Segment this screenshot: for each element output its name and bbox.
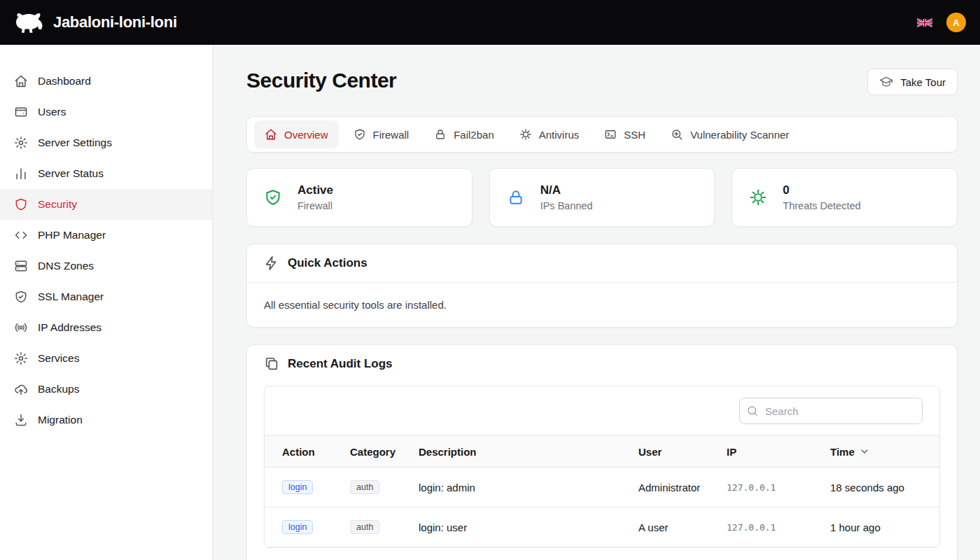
sidebar-item[interactable]: Server Settings <box>0 127 212 158</box>
sidebar-item-label: Services <box>38 352 79 365</box>
table-row: login auth login: admin Administrator 12… <box>265 468 939 507</box>
security-tab[interactable]: Fail2ban <box>424 120 505 148</box>
copy-logs-icon <box>264 356 279 372</box>
column-header-category: Category <box>342 446 410 458</box>
security-tab[interactable]: Antivirus <box>509 120 590 148</box>
stat-card: Active Firewall <box>246 168 472 227</box>
page-title: Security Center <box>246 69 396 92</box>
stat-label: IPs Banned <box>540 200 593 211</box>
stat-card: N/A IPs Banned <box>489 168 715 227</box>
category-badge: auth <box>350 520 379 534</box>
security-tab[interactable]: Vulnerability Scanner <box>660 120 799 148</box>
user-avatar[interactable]: A <box>946 13 966 32</box>
sidebar-item-label: Server Settings <box>38 136 112 149</box>
home-icon <box>265 128 277 141</box>
column-header-time[interactable]: Time <box>822 446 939 458</box>
lock-icon <box>434 128 447 141</box>
column-header-ip: IP <box>718 446 822 458</box>
stat-value: Active <box>298 183 333 197</box>
quick-actions-message: All essential security tools are install… <box>247 283 957 327</box>
sidebar-item-label: Users <box>38 106 66 118</box>
stat-card: 0 Threats Detected <box>732 168 958 227</box>
sidebar-item[interactable]: Services <box>0 343 212 374</box>
sidebar-item[interactable]: PHP Manager <box>0 220 212 251</box>
audit-time: 1 hour ago <box>822 522 939 533</box>
shield-icon <box>14 197 28 211</box>
wallet-icon <box>14 105 28 119</box>
lock-icon <box>507 188 525 206</box>
shield-check-icon <box>264 188 282 206</box>
table-header-row: Action Category Description User IP Time <box>265 435 939 468</box>
tab-label: Overview <box>284 129 328 141</box>
audit-time: 18 seconds ago <box>822 482 939 493</box>
search-icon <box>746 405 759 417</box>
stat-value: 0 <box>783 183 860 197</box>
terminal-icon <box>604 128 617 141</box>
sidebar-item[interactable]: SSL Manager <box>0 281 212 312</box>
main-content: Security Center Take Tour Overview Firew… <box>213 45 980 560</box>
sidebar-item[interactable]: Security <box>0 189 212 220</box>
column-header-user: User <box>630 446 718 458</box>
security-tab[interactable]: Firewall <box>343 120 420 148</box>
security-tab[interactable]: Overview <box>254 120 339 148</box>
security-tabs: Overview Firewall Fail2ban Antivirus <box>246 116 958 153</box>
bull-logo-icon <box>11 10 46 34</box>
audit-ip: 127.0.0.1 <box>718 482 822 493</box>
sidebar-item[interactable]: IP Addresses <box>0 312 212 343</box>
quick-actions-card: Quick Actions All essential security too… <box>246 244 958 328</box>
virus-icon <box>749 188 767 206</box>
stat-value: N/A <box>540 183 593 197</box>
table-row: login auth login: user A user 127.0.0.1 … <box>265 507 939 547</box>
take-tour-label: Take Tour <box>900 76 946 88</box>
tab-label: Vulnerability Scanner <box>690 129 789 141</box>
sidebar-item-label: SSL Manager <box>38 290 104 303</box>
shield-check-icon <box>354 128 366 141</box>
language-flag-icon[interactable] <box>917 18 932 28</box>
sidebar-item-label: Backups <box>38 383 79 396</box>
scan-icon <box>671 128 683 141</box>
tab-label: SSH <box>624 129 645 141</box>
app-title: Jabaloni-loni-loni <box>53 13 177 31</box>
search-box <box>739 398 923 424</box>
take-tour-button[interactable]: Take Tour <box>867 69 958 95</box>
audit-table-panel: Action Category Description User IP Time… <box>264 386 940 548</box>
gear-icon <box>14 136 28 150</box>
tab-label: Antivirus <box>539 129 580 141</box>
audit-logs-card: Recent Audit Logs Action Category Descri… <box>246 344 958 560</box>
sidebar-item-label: Security <box>38 198 77 211</box>
bar-chart-icon <box>14 167 28 181</box>
sidebar-item[interactable]: Server Status <box>0 158 212 189</box>
audit-description: login: admin <box>410 482 630 493</box>
sidebar-item[interactable]: DNS Zones <box>0 251 212 281</box>
stat-label: Firewall <box>298 200 333 211</box>
graduation-cap-icon <box>879 75 893 89</box>
quick-actions-title: Quick Actions <box>288 256 368 270</box>
top-bar: Jabaloni-loni-loni A <box>0 0 980 45</box>
stat-cards: Active Firewall N/A IPs Banned 0 <box>246 168 958 227</box>
sidebar-item-label: Server Status <box>38 167 104 180</box>
search-input[interactable] <box>739 398 923 424</box>
action-badge: login <box>282 520 313 534</box>
download-icon <box>14 413 28 427</box>
audit-ip: 127.0.0.1 <box>718 522 822 533</box>
security-tab[interactable]: SSH <box>594 120 656 148</box>
cloud-upload-icon <box>14 382 28 396</box>
sidebar-item[interactable]: Dashboard <box>0 66 212 97</box>
category-badge: auth <box>350 480 379 494</box>
home-icon <box>14 74 28 88</box>
server-icon <box>14 259 28 273</box>
column-header-description: Description <box>410 446 630 458</box>
stat-label: Threats Detected <box>783 200 860 211</box>
audit-description: login: user <box>410 522 630 533</box>
virus-icon <box>519 128 532 141</box>
sidebar-item-label: Dashboard <box>38 75 91 88</box>
sidebar-item[interactable]: Backups <box>0 374 212 405</box>
sidebar-item[interactable]: Migration <box>0 405 212 435</box>
gear-icon <box>14 351 28 365</box>
tab-label: Fail2ban <box>454 129 494 141</box>
sidebar-item-label: DNS Zones <box>38 260 94 272</box>
sidebar-item[interactable]: Users <box>0 97 212 127</box>
shield-check-icon <box>14 290 28 304</box>
audit-logs-title: Recent Audit Logs <box>288 357 393 371</box>
zap-icon <box>264 255 279 271</box>
